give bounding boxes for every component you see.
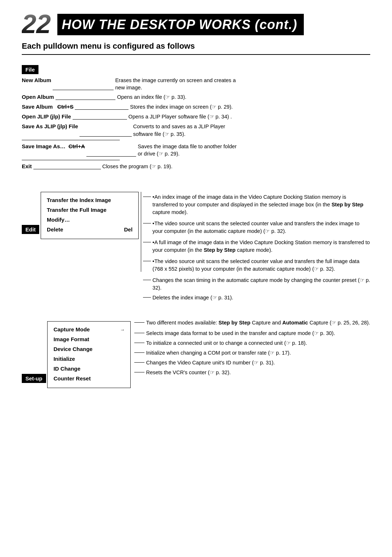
file-item-name: Exit [22,162,32,170]
file-item-name: Save Image As… Ctrl+A [22,142,85,150]
setup-left: Set-up Capture Mode → Image Format Devic… [22,319,131,388]
edit-menu-item: Transfer the Full Image [47,205,132,215]
edit-desc-text: •The video source unit scans the selecte… [151,258,370,273]
edit-section: Edit Transfer the Index Image Transfer t… [22,190,370,302]
setup-desc-row: Changes the Video Capture unit's ID numb… [134,359,370,367]
del-shortcut: Del [124,226,132,233]
file-label: File [22,65,38,74]
setup-right: Two different modes available: Step by S… [131,319,370,376]
setup-desc-row: Initialize when changing a COM port or t… [134,349,370,357]
file-item-desc: Opens a JLIP Player software file (☞ p. … [128,113,237,120]
setup-section: Set-up Capture Mode → Image Format Devic… [22,319,370,388]
file-item-desc: Saves the image data file to another fol… [138,143,237,158]
delete-label: Delete [47,226,63,233]
setup-desc-row: Resets the VCR's counter (☞ p. 32). [134,369,370,376]
connector-line [75,109,128,110]
connector-h [134,372,144,372]
file-item-desc: Closes the program (☞ p. 19). [102,163,237,170]
setup-menu-item: Image Format [53,334,124,344]
edit-menu-item: Modify… [47,215,132,225]
edit-desc-block: •The video source unit scans the selecte… [141,258,370,273]
file-item-desc: Stores the index image on screen (☞ p. 2… [130,103,237,110]
file-menu-area: New Album Erases the image currently on … [22,76,370,172]
edit-desc-text: Changes the scan timing in the automatic… [151,277,370,292]
setup-desc-text: To initialize a connected unit or to cha… [144,339,307,347]
edit-left: Edit Transfer the Index Image Transfer t… [22,190,139,239]
connector-h [143,297,151,298]
setup-menu-item: Device Change [53,344,124,354]
edit-menu-box: Transfer the Index Image Transfer the Fu… [41,192,139,239]
setup-desc-row: To initialize a connected unit or to cha… [134,339,370,347]
connector-line [73,119,127,120]
file-menu-row: Open JLIP (jlp) File Opens a JLIP Player… [22,113,237,121]
file-item-name: Open JLIP (jlp) File [22,113,71,120]
page-header: 22 HOW THE DESKTOP WORKS (cont.) [22,11,370,37]
edit-label: Edit [22,225,39,234]
connector-h [143,280,151,280]
setup-layout: Set-up Capture Mode → Image Format Devic… [22,319,370,388]
connector-h [134,343,144,343]
file-section: File New Album Erases the image currentl… [22,65,370,172]
file-item-desc: Opens an index file (☞ p. 33). [117,93,237,101]
file-menu-row: Save Image As… Ctrl+A Saves the image da… [22,142,237,158]
edit-menu-item: Delete Del [47,225,132,234]
connector-h [143,223,151,223]
file-menu-row: Exit Closes the program (☞ p. 19). [22,162,237,170]
edit-menu-item: Transfer the Index Image [47,195,132,205]
connector-h [143,197,151,197]
edit-desc-text: •A full image of the image data in the V… [151,239,370,254]
setup-menu-item: Counter Reset [53,374,124,383]
setup-desc-text: Selects image data format to be used in … [144,330,335,337]
capture-mode-label: Capture Mode [53,326,90,333]
file-menu-row: New Album Erases the image currently on … [22,76,237,92]
setup-desc-text: Changes the Video Capture unit's ID numb… [144,359,275,367]
submenu-arrow-icon: → [120,327,124,333]
setup-menu-item: ID Change [53,364,124,374]
setup-top-desc: Two different modes available: Step by S… [144,319,370,327]
file-item-name: New Album [22,76,51,84]
file-item-name: Open Album [22,93,54,101]
connector-h [134,352,144,353]
edit-desc-text: •The video source unit scans the selecte… [151,220,370,235]
setup-desc-text: Resets the VCR's counter (☞ p. 32). [144,369,230,376]
connector-line [79,136,132,137]
subtitle: Each pulldown menu is configured as foll… [22,41,370,52]
page-number: 22 [22,11,51,37]
connector-h [143,242,151,242]
edit-layout: Edit Transfer the Index Image Transfer t… [22,190,370,302]
setup-label: Set-up [22,374,46,383]
setup-menu-item: Initialize [53,354,124,364]
connector-h [134,333,144,333]
edit-right: •An index image of the image data in the… [139,190,370,302]
connector-line [56,100,116,100]
edit-desc-block: Deletes the index image (☞ p. 31). [141,294,370,302]
file-item-desc: Converts to and saves as a JLIP Player s… [133,123,237,138]
file-item-name: Save Album Ctrl+S [22,103,73,110]
edit-desc-block: Changes the scan timing in the automatic… [141,277,370,292]
page-title: HOW THE DESKTOP WORKS (cont.) [57,14,304,35]
connector-line [86,156,136,157]
connector-h [143,261,151,261]
edit-desc-text: •An index image of the image data in the… [151,193,370,216]
file-separator [22,160,120,160]
file-menu-row: Save Album Ctrl+S Stores the index image… [22,103,237,111]
connector-h [134,322,144,323]
edit-desc-text: Deletes the index image (☞ p. 31). [151,294,233,302]
setup-desc-row: Selects image data format to be used in … [134,330,370,337]
page: 22 HOW THE DESKTOP WORKS (cont.) Each pu… [0,0,392,557]
edit-desc-block: •The video source unit scans the selecte… [141,220,370,235]
setup-menu-item: Capture Mode → [53,324,124,334]
connector-line [53,90,114,90]
file-separator [22,140,120,140]
file-menu-row: Open Album Opens an index file (☞ p. 33)… [22,93,237,101]
file-menu-row: Save As JLIP (jlp) File Converts to and … [22,122,237,138]
edit-bracket-vertical [141,192,141,272]
connector-h [134,362,144,363]
setup-top-desc-block: Two different modes available: Step by S… [134,319,370,327]
header-divider [22,54,370,55]
setup-menu-box: Capture Mode → Image Format Device Chang… [47,321,131,388]
file-item-desc: Erases the image currently on screen and… [115,77,237,92]
setup-desc-text: Initialize when changing a COM port or t… [144,349,291,357]
edit-desc-block: •A full image of the image data in the V… [141,239,370,254]
edit-desc-block: •An index image of the image data in the… [141,193,370,216]
